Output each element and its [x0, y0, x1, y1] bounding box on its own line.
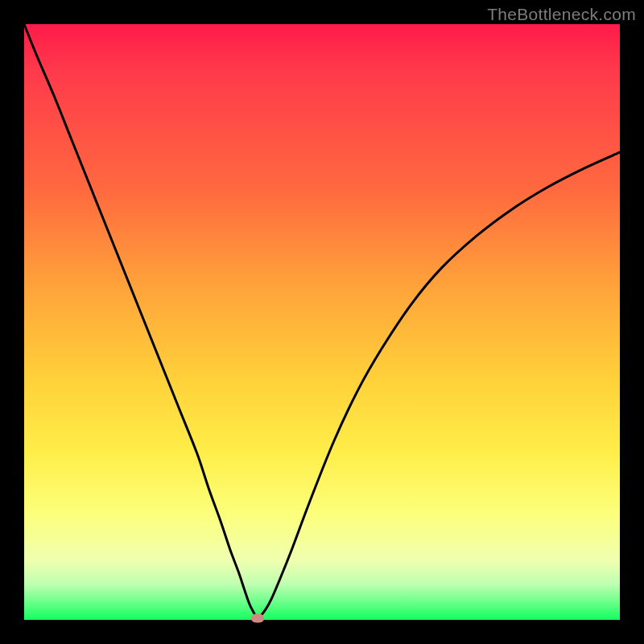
curve-svg — [24, 24, 620, 620]
chart-frame: TheBottleneck.com — [0, 0, 644, 644]
optimum-marker — [251, 613, 264, 622]
plot-area — [24, 24, 620, 620]
watermark-text: TheBottleneck.com — [487, 5, 636, 24]
bottleneck-curve — [24, 24, 620, 617]
